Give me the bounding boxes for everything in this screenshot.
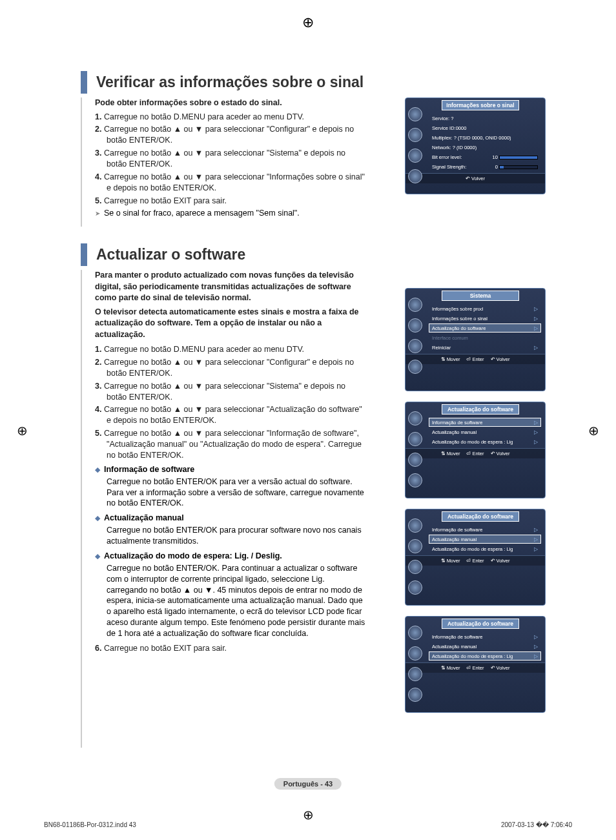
step-item: 1. Carregue no botão D.MENU para aceder … — [95, 112, 366, 123]
section-title-software-update: Actualizar o software — [81, 243, 546, 266]
osd-title: Sistema — [442, 291, 519, 301]
osd-footer-enter: Enter — [466, 665, 484, 671]
osd-title: Actualização do software — [442, 511, 519, 522]
osd-menu-item[interactable]: Informação de software▷ — [429, 632, 541, 641]
note-text: Se o sinal for fraco, aparece a mensagem… — [104, 209, 300, 218]
step-text: Carregue no botão EXIT para sair. — [104, 644, 227, 653]
osd-title: Actualização do software — [442, 404, 519, 415]
chevron-right-icon: ▷ — [534, 527, 538, 533]
osd-icon — [408, 626, 422, 640]
osd-sidebar-icons — [408, 518, 424, 595]
osd-footer: Mover Enter Volver — [406, 354, 545, 364]
chevron-right-icon: ▷ — [534, 644, 538, 650]
osd-signal-strength: Signal Strength: 0 — [429, 162, 541, 171]
osd-line: Service: ? — [429, 114, 541, 123]
registration-mark-icon: ⊕ — [17, 423, 28, 438]
osd-menu-item[interactable]: Actualização manual▷ — [429, 642, 541, 651]
osd-icon — [408, 518, 422, 533]
step-text: Carregue no botão ▲ ou ▼ para selecciona… — [104, 358, 354, 378]
step-number: 5. — [95, 196, 101, 205]
osd-footer-mover: Mover — [441, 558, 460, 564]
osd-icon — [408, 473, 422, 487]
osd-content: Service: ? Service ID:0000 Multiplex: ? … — [426, 110, 545, 173]
osd-menu-item[interactable]: Actualização do software▷ — [429, 323, 541, 333]
doc-footer-timestamp: 2007-03-13 �� 7:06:40 — [501, 821, 572, 828]
step-item: 4. Carregue no botão ▲ ou ▼ para selecci… — [95, 404, 366, 426]
chevron-right-icon: ▷ — [534, 653, 538, 659]
step-text: Carregue no botão ▲ ou ▼ para selecciona… — [104, 149, 345, 169]
section-body-signal-info: Pode obter informações sobre o estado do… — [81, 97, 546, 227]
step-item: 6. Carregue no botão EXIT para sair. — [95, 643, 366, 654]
chevron-right-icon: ▷ — [534, 316, 538, 322]
osd-icon — [408, 667, 422, 681]
chevron-right-icon: ▷ — [534, 345, 538, 351]
osd-icon — [408, 169, 422, 183]
step-number: 1. — [95, 112, 101, 121]
osd-icon — [408, 646, 422, 661]
arrow-icon — [95, 209, 104, 218]
osd-menu-item[interactable]: Actualização do modo de espera : Lig▷ — [429, 544, 541, 553]
osd-footer-volver: Volver — [491, 665, 510, 671]
step-text: Carregue no botão D.MENU para aceder ao … — [104, 345, 304, 354]
chevron-right-icon: ▷ — [534, 537, 538, 542]
chevron-right-icon: ▷ — [534, 634, 538, 640]
step-item: 1. Carregue no botão D.MENU para aceder … — [95, 344, 366, 355]
osd-panel-signal-info: Informações sobre o sinal Service: ? Ser… — [405, 97, 546, 194]
step-number: 3. — [95, 149, 101, 158]
step-item: 3. Carregue no botão ▲ ou ▼ para selecci… — [95, 381, 366, 403]
osd-menu-item: Interface comum — [429, 333, 541, 342]
step-text: Carregue no botão ▲ ou ▼ para selecciona… — [104, 382, 345, 402]
osd-menu-item[interactable]: Reiniciar▷ — [429, 343, 541, 352]
step-item: 5. Carregue no botão ▲ ou ▼ para selecci… — [95, 428, 366, 461]
osd-footer-volver: Volver — [466, 176, 485, 181]
osd-menu-item[interactable]: Actualização do modo de espera : Lig▷ — [429, 651, 541, 661]
osd-bit-error: Bit error level: 10 — [429, 152, 541, 161]
step-text: Carregue no botão ▲ ou ▼ para selecciona… — [104, 429, 362, 460]
osd-sidebar-icons — [408, 626, 424, 702]
step-text: Carregue no botão D.MENU para aceder ao … — [104, 112, 304, 121]
steps-list: 6. Carregue no botão EXIT para sair. — [95, 643, 366, 654]
osd-panel-software-update: Actualização do software Informação de s… — [405, 509, 546, 606]
osd-icon — [408, 453, 422, 467]
osd-icon — [408, 539, 422, 553]
osd-title: Informações sobre o sinal — [442, 100, 519, 110]
osd-menu-item[interactable]: Informações sobre o sinal▷ — [429, 314, 541, 323]
osd-icon — [408, 360, 422, 374]
bar-icon — [499, 156, 538, 159]
step-item: 2. Carregue no botão ▲ ou ▼ para selecci… — [95, 357, 366, 379]
note-line: Se o sinal for fraco, aparece a mensagem… — [95, 209, 366, 218]
osd-menu-item[interactable]: Informação de software▷ — [429, 525, 541, 534]
sub-heading: ◆Actualização do modo de espera: Lig. / … — [95, 551, 366, 562]
osd-footer-volver: Volver — [491, 558, 510, 564]
osd-icon — [408, 107, 422, 121]
osd-icon — [408, 688, 422, 702]
diamond-icon: ◆ — [95, 552, 100, 560]
intro-text: Pode obter informações sobre o estado do… — [95, 97, 366, 109]
steps-list: 1. Carregue no botão D.MENU para aceder … — [95, 112, 366, 207]
osd-icon — [408, 580, 422, 595]
osd-icon — [408, 128, 422, 142]
section-title-signal-info: Verificar as informações sobre o sinal — [81, 71, 546, 94]
osd-icon — [408, 411, 422, 425]
step-text: Carregue no botão ▲ ou ▼ para selecciona… — [104, 405, 362, 425]
osd-footer: Mover Enter Volver — [406, 448, 545, 458]
osd-menu-item[interactable]: Actualização do modo de espera : Lig▷ — [429, 437, 541, 446]
intro-text: Para manter o produto actualizado com no… — [95, 270, 366, 304]
osd-footer-volver: Volver — [491, 451, 510, 456]
osd-menu-item[interactable]: Informações sobre prod▷ — [429, 304, 541, 313]
osd-footer: Volver — [406, 173, 545, 183]
osd-menu-item[interactable]: Informação de software▷ — [429, 418, 541, 427]
osd-menu-item[interactable]: Actualização manual▷ — [429, 427, 541, 436]
step-text: Carregue no botão ▲ ou ▼ para selecciona… — [104, 172, 365, 192]
doc-footer-filename: BN68-01186B-Por-0312.indd 43 — [44, 821, 136, 828]
osd-menu-item[interactable]: Actualização manual▷ — [429, 535, 541, 544]
intro-text: O televisor detecta automaticamente este… — [95, 307, 366, 341]
step-item: 4. Carregue no botão ▲ ou ▼ para selecci… — [95, 172, 366, 194]
osd-panel-sistema: Sistema Informações sobre prod▷ Informaç… — [405, 288, 546, 391]
page-content: Verificar as informações sobre o sinal P… — [81, 71, 546, 764]
osd-footer-enter: Enter — [466, 558, 484, 564]
step-text: Carregue no botão ▲ ou ▼ para selecciona… — [104, 125, 354, 145]
osd-line: Service ID:0000 — [429, 123, 541, 132]
registration-mark-icon: ⊕ — [588, 423, 599, 438]
osd-sidebar-icons — [408, 411, 424, 487]
